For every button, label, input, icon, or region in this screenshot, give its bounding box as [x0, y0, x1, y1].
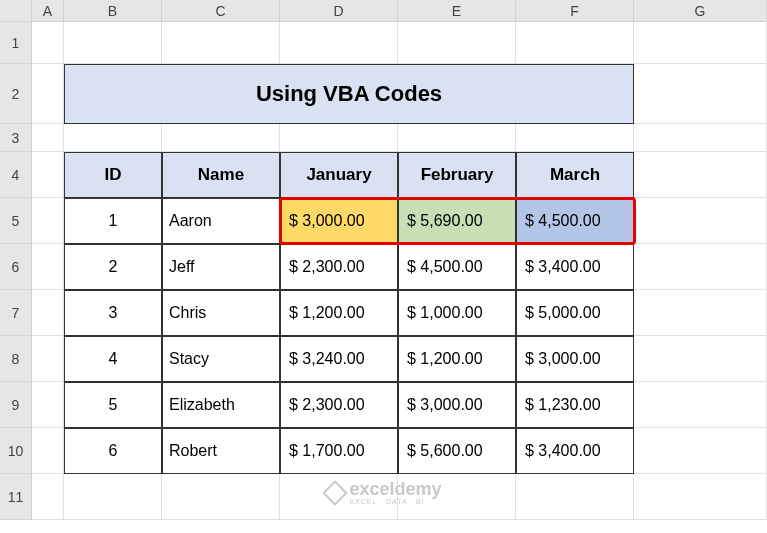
title-cell[interactable]: Using VBA Codes: [64, 64, 634, 124]
col-header-E[interactable]: E: [398, 0, 516, 22]
cell-C1[interactable]: [162, 22, 280, 64]
row-header-9[interactable]: 9: [0, 382, 32, 428]
row-header-2[interactable]: 2: [0, 64, 32, 124]
cell-A5[interactable]: [32, 198, 64, 244]
table-row[interactable]: $ 5,000.00: [516, 290, 634, 336]
row-header-3[interactable]: 3: [0, 124, 32, 152]
table-row[interactable]: $ 1,230.00: [516, 382, 634, 428]
cell-G1[interactable]: [634, 22, 767, 64]
cell-E3[interactable]: [398, 124, 516, 152]
row-header-7[interactable]: 7: [0, 290, 32, 336]
cell-A2[interactable]: [32, 64, 64, 124]
cell-B11[interactable]: [64, 474, 162, 520]
cell-G6[interactable]: [634, 244, 767, 290]
table-row[interactable]: 5: [64, 382, 162, 428]
col-header-A[interactable]: A: [32, 0, 64, 22]
table-header-march[interactable]: March: [516, 152, 634, 198]
row-header-8[interactable]: 8: [0, 336, 32, 382]
row-header-4[interactable]: 4: [0, 152, 32, 198]
cell-C3[interactable]: [162, 124, 280, 152]
table-row[interactable]: Jeff: [162, 244, 280, 290]
cell-G3[interactable]: [634, 124, 767, 152]
cell-E11[interactable]: [398, 474, 516, 520]
cell-G4[interactable]: [634, 152, 767, 198]
table-row[interactable]: $ 1,200.00: [398, 336, 516, 382]
cell-G5[interactable]: [634, 198, 767, 244]
table-row[interactable]: 3: [64, 290, 162, 336]
col-header-B[interactable]: B: [64, 0, 162, 22]
cell-G10[interactable]: [634, 428, 767, 474]
row-header-5[interactable]: 5: [0, 198, 32, 244]
select-all-corner[interactable]: [0, 0, 32, 22]
table-row[interactable]: $ 2,300.00: [280, 244, 398, 290]
cell-A8[interactable]: [32, 336, 64, 382]
cell-D3[interactable]: [280, 124, 398, 152]
cell-A9[interactable]: [32, 382, 64, 428]
cell-G11[interactable]: [634, 474, 767, 520]
cell-A1[interactable]: [32, 22, 64, 64]
cell-A3[interactable]: [32, 124, 64, 152]
col-header-D[interactable]: D: [280, 0, 398, 22]
table-header-january[interactable]: January: [280, 152, 398, 198]
cell-G7[interactable]: [634, 290, 767, 336]
table-row[interactable]: $ 5,600.00: [398, 428, 516, 474]
col-header-C[interactable]: C: [162, 0, 280, 22]
cell-A6[interactable]: [32, 244, 64, 290]
table-row[interactable]: $ 1,700.00: [280, 428, 398, 474]
table-row[interactable]: $ 4,500.00: [398, 244, 516, 290]
spreadsheet-grid: A B C D E F G 1 2 Using VBA Codes 3: [0, 0, 767, 533]
cell-D1[interactable]: [280, 22, 398, 64]
cell-F11[interactable]: [516, 474, 634, 520]
col-header-G[interactable]: G: [634, 0, 767, 22]
table-row[interactable]: $ 4,500.00: [516, 198, 634, 244]
table-row[interactable]: 6: [64, 428, 162, 474]
cell-A11[interactable]: [32, 474, 64, 520]
cell-G8[interactable]: [634, 336, 767, 382]
table-row[interactable]: Stacy: [162, 336, 280, 382]
table-row[interactable]: $ 3,000.00: [398, 382, 516, 428]
table-row[interactable]: $ 3,000.00: [516, 336, 634, 382]
table-row[interactable]: $ 3,240.00: [280, 336, 398, 382]
sheet-rows: 1 2 Using VBA Codes 3: [0, 22, 767, 520]
table-row[interactable]: $ 1,000.00: [398, 290, 516, 336]
cell-G9[interactable]: [634, 382, 767, 428]
cell-C11[interactable]: [162, 474, 280, 520]
table-row[interactable]: $ 5,690.00: [398, 198, 516, 244]
column-headers: A B C D E F G: [0, 0, 767, 22]
table-row[interactable]: 4: [64, 336, 162, 382]
table-row[interactable]: $ 3,400.00: [516, 244, 634, 290]
table-row[interactable]: Aaron: [162, 198, 280, 244]
table-row[interactable]: $ 2,300.00: [280, 382, 398, 428]
cell-F3[interactable]: [516, 124, 634, 152]
row-header-10[interactable]: 10: [0, 428, 32, 474]
row-header-11[interactable]: 11: [0, 474, 32, 520]
cell-A4[interactable]: [32, 152, 64, 198]
cell-F1[interactable]: [516, 22, 634, 64]
table-row[interactable]: $ 3,000.00: [280, 198, 398, 244]
cell-A10[interactable]: [32, 428, 64, 474]
cell-G2[interactable]: [634, 64, 767, 124]
row-header-1[interactable]: 1: [0, 22, 32, 64]
table-row[interactable]: Chris: [162, 290, 280, 336]
table-row[interactable]: $ 3,400.00: [516, 428, 634, 474]
cell-E1[interactable]: [398, 22, 516, 64]
col-header-F[interactable]: F: [516, 0, 634, 22]
table-header-id[interactable]: ID: [64, 152, 162, 198]
cell-B3[interactable]: [64, 124, 162, 152]
table-row[interactable]: Elizabeth: [162, 382, 280, 428]
cell-A7[interactable]: [32, 290, 64, 336]
table-row[interactable]: Robert: [162, 428, 280, 474]
table-row[interactable]: $ 1,200.00: [280, 290, 398, 336]
table-row[interactable]: 1: [64, 198, 162, 244]
cell-D11[interactable]: [280, 474, 398, 520]
row-header-6[interactable]: 6: [0, 244, 32, 290]
table-row[interactable]: 2: [64, 244, 162, 290]
cell-B1[interactable]: [64, 22, 162, 64]
table-header-february[interactable]: February: [398, 152, 516, 198]
table-header-name[interactable]: Name: [162, 152, 280, 198]
